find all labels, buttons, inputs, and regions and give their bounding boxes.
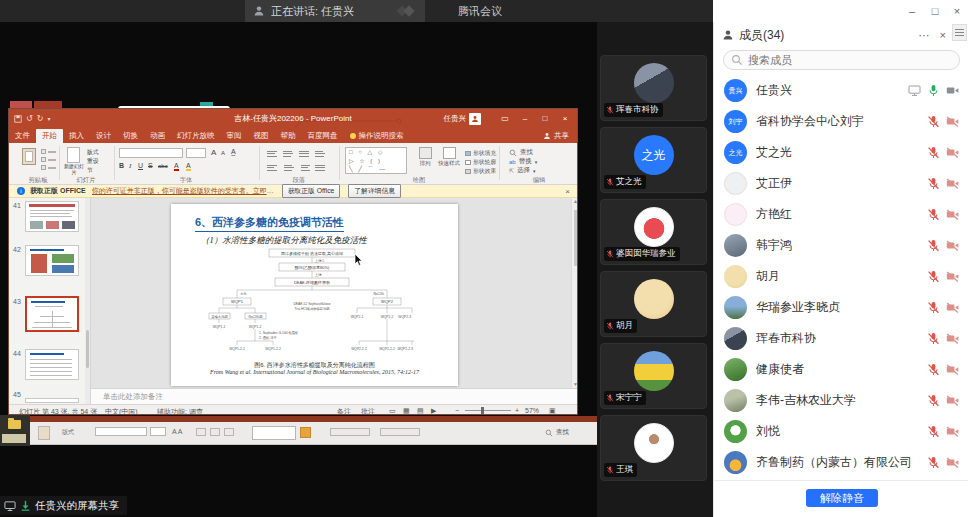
slide-thumb-45[interactable] bbox=[25, 398, 79, 403]
format-painter-icon[interactable] bbox=[41, 165, 46, 170]
numbering-icon[interactable] bbox=[283, 149, 294, 158]
new-slide-button[interactable] bbox=[67, 147, 80, 163]
slide-thumb-42[interactable] bbox=[25, 245, 79, 276]
more-icon[interactable]: ⋯ bbox=[919, 29, 930, 42]
slideshow-icon[interactable]: ▶ bbox=[431, 407, 436, 415]
member-row[interactable]: 胡月 bbox=[714, 261, 968, 292]
search-input[interactable] bbox=[723, 50, 960, 70]
member-row[interactable]: 刘悦 bbox=[714, 416, 968, 447]
member-row[interactable]: 贵兴 任贵兴 bbox=[714, 75, 968, 106]
shape-effects-button[interactable]: 形状效果 bbox=[465, 167, 496, 176]
ppt-maximize-button[interactable]: □ bbox=[537, 109, 553, 128]
tab-home[interactable]: 开始 bbox=[36, 129, 63, 143]
section-button[interactable]: 节 bbox=[87, 166, 93, 175]
zoom-slider[interactable] bbox=[465, 410, 511, 411]
member-row[interactable]: 方艳红 bbox=[714, 199, 968, 230]
member-row[interactable]: 艾正伊 bbox=[714, 168, 968, 199]
layout-button[interactable]: 版式 bbox=[87, 148, 99, 157]
video-tile[interactable]: 之光 艾之光 bbox=[600, 127, 707, 193]
video-tile[interactable]: 胡月 bbox=[600, 271, 707, 337]
replace-button[interactable]: ab 替换 ▾ bbox=[509, 157, 537, 166]
reset-button[interactable]: 重设 bbox=[87, 157, 99, 166]
tab-design[interactable]: 设计 bbox=[90, 129, 117, 143]
align-right-icon[interactable] bbox=[299, 163, 310, 172]
slide-thumb-43-selected[interactable] bbox=[25, 296, 79, 332]
language-status[interactable]: 中文(中国) bbox=[105, 407, 138, 415]
tab-baidu-netdisk[interactable]: 百度网盘 bbox=[302, 129, 344, 143]
member-row[interactable]: 之光 艾之光 bbox=[714, 137, 968, 168]
clear-format-icon[interactable]: A̲ bbox=[231, 148, 236, 155]
app-title-tab[interactable]: 腾讯会议 bbox=[425, 0, 535, 22]
member-row[interactable]: 齐鲁制药（内蒙古）有限公司 bbox=[714, 447, 968, 478]
shape-outline-button[interactable]: 形状轮廓 bbox=[465, 158, 496, 167]
bold-icon[interactable]: B bbox=[119, 162, 124, 169]
account-area[interactable]: 任贵兴 bbox=[444, 109, 482, 128]
tab-view[interactable]: 视图 bbox=[248, 129, 275, 143]
member-search[interactable] bbox=[723, 50, 960, 70]
notes-toggle[interactable]: 备注 bbox=[337, 407, 351, 415]
member-row[interactable]: 珲春市科协 bbox=[714, 323, 968, 354]
close-button[interactable]: × bbox=[946, 0, 968, 22]
align-center-icon[interactable] bbox=[283, 163, 294, 172]
tab-animations[interactable]: 动画 bbox=[144, 129, 171, 143]
italic-icon[interactable]: I bbox=[129, 162, 131, 170]
align-left-icon[interactable] bbox=[267, 163, 278, 172]
zoom-in-icon[interactable]: + bbox=[515, 407, 519, 414]
shrink-font-icon[interactable]: A bbox=[221, 150, 225, 156]
quick-styles-button[interactable]: 快速样式 bbox=[437, 147, 461, 167]
new-slide-label[interactable]: 新建幻灯片 bbox=[63, 164, 85, 175]
tab-slideshow[interactable]: 幻灯片放映 bbox=[171, 129, 221, 143]
find-button[interactable]: 查找 bbox=[509, 148, 533, 157]
font-color-icon[interactable]: A bbox=[174, 162, 179, 171]
video-tile[interactable]: 王琪 bbox=[600, 415, 707, 481]
panel-collapse-icon[interactable] bbox=[952, 24, 967, 41]
tab-transitions[interactable]: 切换 bbox=[117, 129, 144, 143]
notes-pane[interactable]: 单击此处添加备注 bbox=[91, 388, 578, 404]
sorter-view-icon[interactable]: ▦ bbox=[403, 407, 410, 415]
copy-icon[interactable] bbox=[41, 157, 46, 162]
select-button[interactable]: ⇱ 选择 ▾ bbox=[509, 166, 536, 175]
highlight-color-icon[interactable]: A bbox=[186, 162, 191, 171]
video-tile[interactable]: 婆囡囡华瑞参业 bbox=[600, 199, 707, 265]
get-office-button[interactable]: 获取正版 Office bbox=[282, 184, 341, 198]
thumbnail-sc rollbar[interactable] bbox=[85, 198, 90, 404]
reading-view-icon[interactable]: ▤ bbox=[417, 407, 424, 415]
member-row[interactable]: 韩宇鸿 bbox=[714, 230, 968, 261]
slide-thumb-44[interactable] bbox=[25, 349, 79, 380]
normal-view-icon[interactable]: ▭ bbox=[389, 407, 396, 415]
license-message[interactable]: 你的许可证并非正版，你可能是盗版软件的受害者。立即获取正版 Office，避免干… bbox=[92, 186, 274, 196]
ribbon-display-icon[interactable]: ▭ bbox=[497, 109, 513, 128]
maximize-button[interactable]: □ bbox=[924, 0, 946, 22]
fit-to-window-icon[interactable]: ▣ bbox=[549, 407, 556, 415]
minimize-button[interactable]: – bbox=[901, 0, 923, 22]
justify-icon[interactable] bbox=[315, 163, 326, 172]
ppt-minimize-button[interactable]: – bbox=[517, 109, 533, 128]
comments-toggle[interactable]: 批注 bbox=[361, 407, 375, 415]
zoom-slider-thumb[interactable] bbox=[481, 407, 484, 414]
line-spacing-icon[interactable] bbox=[315, 149, 326, 158]
zoom-level[interactable]: 57% bbox=[525, 407, 539, 414]
tab-help[interactable]: 帮助 bbox=[275, 129, 302, 143]
member-row[interactable]: 刘宇 省科协学会中心刘宇 bbox=[714, 106, 968, 137]
indent-icon[interactable] bbox=[299, 149, 310, 158]
learn-more-button[interactable]: 了解详细信息 bbox=[348, 184, 401, 198]
unmute-button[interactable]: 解除静音 bbox=[806, 489, 878, 507]
slide-canvas[interactable]: 6、西洋参多糖的免疫调节活性 （1）水溶性多糖的提取分离纯化及免疫活性 西洋参须… bbox=[171, 204, 458, 386]
ppt-title-bar[interactable]: ↺ ↻ ▾ 吉林-任贵兴202206 - PowerPoint 任贵兴 ▭ – … bbox=[9, 109, 577, 128]
member-row[interactable]: 李伟-吉林农业大学 bbox=[714, 385, 968, 416]
slide-thumb-41[interactable] bbox=[25, 201, 79, 232]
strikethrough-icon[interactable]: S bbox=[148, 162, 153, 169]
canvas-scrollbar[interactable]: ▲▼ bbox=[571, 198, 578, 388]
share-button[interactable]: 共享 bbox=[535, 129, 577, 143]
shapes-gallery[interactable]: □ ○ △ ◇▷ ☆ ( )╲ ╱ ⌒ — bbox=[345, 147, 407, 174]
speaking-indicator-tab[interactable]: 正在讲话: 任贵兴 bbox=[245, 0, 425, 22]
member-row[interactable]: 健康使者 bbox=[714, 354, 968, 385]
ppt-close-button[interactable]: × bbox=[557, 109, 573, 128]
video-tile[interactable]: 珲春市科协 bbox=[600, 55, 707, 121]
font-size-box[interactable] bbox=[186, 148, 206, 158]
accessibility-status[interactable]: 辅助功能: 调查 bbox=[157, 407, 203, 415]
panel-close-icon[interactable]: × bbox=[940, 29, 946, 41]
bullets-icon[interactable] bbox=[267, 149, 278, 158]
underline-icon[interactable]: U bbox=[138, 162, 143, 169]
video-tile[interactable]: 宋宁宁 bbox=[600, 343, 707, 409]
